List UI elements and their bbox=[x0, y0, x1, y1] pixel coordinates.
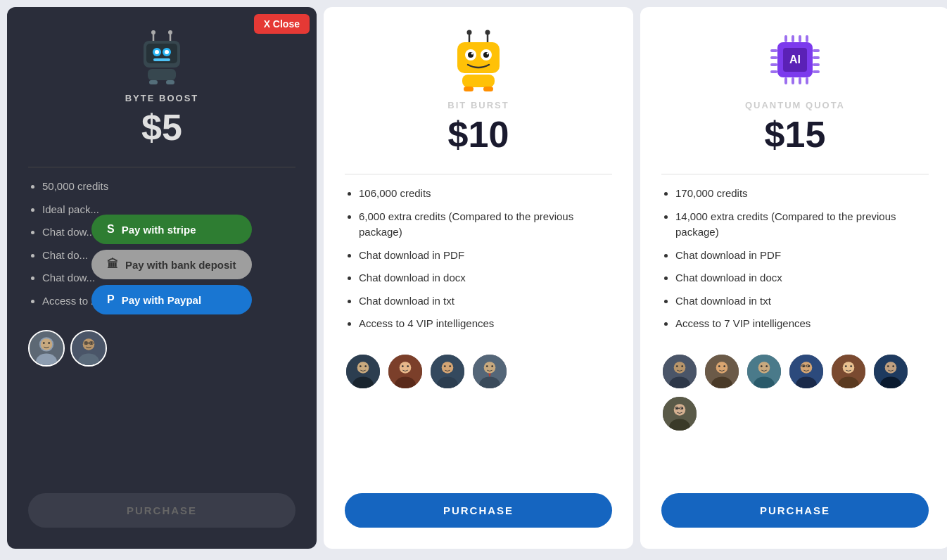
plan-name: QUANTUM QUOTA bbox=[745, 100, 845, 110]
svg-rect-10 bbox=[153, 58, 170, 61]
svg-point-84 bbox=[676, 365, 678, 367]
svg-rect-65 bbox=[770, 49, 777, 52]
svg-rect-66 bbox=[770, 56, 777, 59]
svg-point-18 bbox=[43, 342, 45, 344]
svg-rect-12 bbox=[149, 80, 158, 84]
svg-rect-75 bbox=[799, 35, 801, 42]
svg-point-56 bbox=[449, 365, 451, 367]
svg-point-61 bbox=[491, 365, 493, 367]
svg-rect-78 bbox=[792, 77, 794, 84]
svg-point-46 bbox=[364, 365, 367, 367]
avatar bbox=[661, 353, 698, 390]
svg-point-90 bbox=[723, 365, 725, 367]
svg-point-37 bbox=[471, 53, 474, 55]
paypal-label: Pay with Paypal bbox=[122, 294, 201, 306]
svg-point-43 bbox=[357, 362, 369, 374]
svg-point-17 bbox=[41, 338, 53, 350]
feature-item: 50,000 credits bbox=[42, 179, 295, 195]
svg-point-8 bbox=[155, 50, 159, 54]
payment-popup: S Pay with stripe 🏛 Pay with bank deposi… bbox=[91, 215, 252, 314]
svg-point-55 bbox=[444, 365, 446, 367]
svg-rect-41 bbox=[483, 87, 493, 91]
svg-point-50 bbox=[402, 365, 404, 367]
svg-point-38 bbox=[487, 53, 489, 55]
svg-point-85 bbox=[681, 365, 683, 367]
svg-rect-73 bbox=[784, 35, 787, 42]
bank-label: Pay with bank deposit bbox=[125, 259, 236, 271]
svg-point-51 bbox=[407, 365, 409, 367]
svg-rect-71 bbox=[813, 63, 820, 66]
svg-point-53 bbox=[442, 362, 454, 374]
svg-rect-67 bbox=[770, 63, 777, 66]
divider bbox=[28, 167, 295, 167]
svg-point-45 bbox=[360, 365, 362, 367]
avatar bbox=[746, 353, 782, 390]
features-list: 170,000 credits 14,000 extra credits (Co… bbox=[661, 186, 929, 339]
pay-bank-button[interactable]: 🏛 Pay with bank deposit bbox=[91, 250, 252, 279]
close-button[interactable]: X Close bbox=[254, 14, 310, 34]
purchase-button[interactable]: PURCHASE bbox=[345, 493, 612, 528]
svg-rect-74 bbox=[792, 35, 794, 42]
avatar bbox=[788, 353, 825, 390]
pricing-cards: X Close bbox=[7, 7, 940, 549]
svg-rect-70 bbox=[813, 56, 820, 59]
divider bbox=[661, 174, 929, 174]
svg-rect-76 bbox=[806, 35, 808, 42]
svg-point-92 bbox=[758, 362, 770, 374]
avatar bbox=[661, 395, 698, 432]
svg-point-107 bbox=[850, 365, 852, 367]
bank-icon: 🏛 bbox=[107, 258, 118, 271]
svg-text:AI: AI bbox=[789, 53, 801, 65]
stripe-label: Pay with stripe bbox=[122, 224, 196, 236]
svg-point-106 bbox=[845, 365, 847, 367]
feature-item: 106,000 credits bbox=[359, 186, 612, 202]
svg-rect-69 bbox=[813, 49, 820, 52]
feature-item: Chat download in txt bbox=[359, 293, 612, 310]
avatar bbox=[872, 353, 909, 390]
plan-name: BIT BURST bbox=[447, 100, 509, 110]
pay-paypal-button[interactable]: P Pay with Paypal bbox=[91, 285, 252, 314]
svg-rect-39 bbox=[462, 75, 495, 87]
avatar bbox=[704, 353, 740, 390]
svg-point-111 bbox=[887, 365, 889, 367]
robot-icon bbox=[134, 28, 190, 84]
card-bit-burst: BIT BURST $10 106,000 credits 6,000 extr… bbox=[324, 7, 633, 549]
svg-point-109 bbox=[885, 362, 897, 374]
avatar bbox=[830, 353, 867, 390]
plan-price: $5 bbox=[141, 106, 182, 148]
svg-point-31 bbox=[485, 30, 490, 35]
avatar bbox=[387, 353, 424, 390]
avatars-row bbox=[345, 353, 612, 390]
svg-rect-11 bbox=[148, 69, 176, 80]
plan-price: $10 bbox=[448, 113, 509, 155]
avatar bbox=[70, 330, 107, 367]
purchase-button[interactable]: PURCHASE bbox=[661, 493, 929, 528]
svg-point-58 bbox=[484, 362, 496, 374]
pay-stripe-button[interactable]: S Pay with stripe bbox=[91, 215, 252, 244]
svg-point-48 bbox=[400, 362, 412, 374]
svg-rect-68 bbox=[770, 70, 777, 73]
svg-point-24 bbox=[90, 342, 92, 344]
divider bbox=[345, 174, 612, 174]
feature-item: Chat download in txt bbox=[675, 293, 929, 310]
svg-point-29 bbox=[467, 30, 472, 35]
purchase-button[interactable]: PURCHASE bbox=[28, 493, 295, 528]
robot-icon-yellow bbox=[447, 28, 510, 91]
feature-item: Chat download in docx bbox=[675, 270, 929, 286]
svg-rect-79 bbox=[799, 77, 801, 84]
feature-item: Access to 7 VIP intelligences bbox=[675, 316, 929, 332]
plan-name: BYTE BOOST bbox=[125, 93, 199, 103]
svg-point-19 bbox=[48, 342, 50, 344]
svg-point-9 bbox=[165, 50, 169, 54]
feature-item: Chat download in PDF bbox=[675, 248, 929, 264]
svg-rect-77 bbox=[784, 77, 787, 84]
svg-rect-80 bbox=[806, 77, 808, 84]
svg-rect-13 bbox=[166, 80, 174, 84]
card-quantum-quota: AI bbox=[640, 7, 947, 549]
svg-point-94 bbox=[761, 365, 763, 367]
feature-item: 170,000 credits bbox=[675, 186, 929, 202]
feature-item: Access to 4 VIP intelligences bbox=[359, 316, 612, 332]
svg-rect-40 bbox=[464, 87, 474, 91]
svg-point-23 bbox=[85, 342, 87, 344]
svg-point-3 bbox=[168, 30, 172, 34]
